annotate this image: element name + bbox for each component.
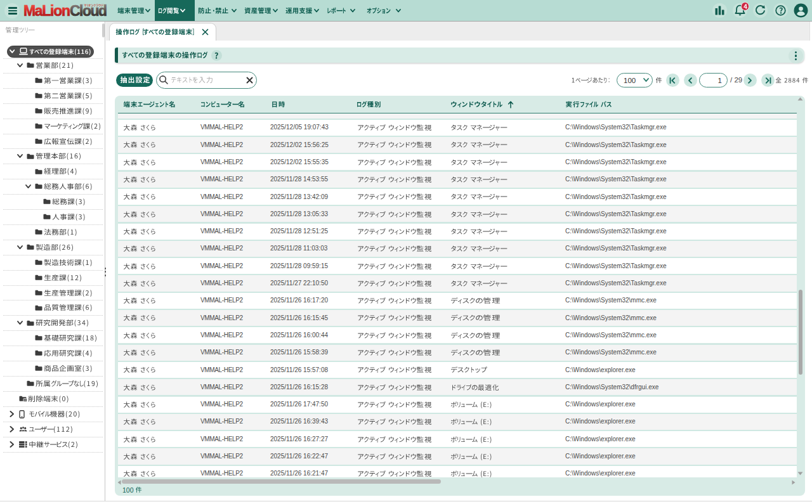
svg-text:MaLion: MaLion xyxy=(23,3,70,19)
